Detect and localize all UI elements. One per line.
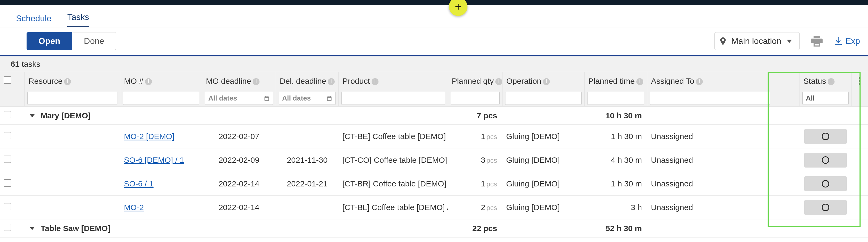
table-row: MO-2 2022-02-14 [CT-BL] Coffee table [DE… xyxy=(0,196,868,219)
filter-qty[interactable] xyxy=(451,92,500,105)
export-label: Exp xyxy=(845,36,860,46)
status-pill[interactable] xyxy=(804,176,847,191)
row-checkbox[interactable] xyxy=(4,224,11,231)
qty-num: 3 xyxy=(481,156,486,164)
group-row[interactable]: Mary [DEMO] 7 pcs 10 h 30 m xyxy=(0,107,868,125)
header-del-deadline[interactable]: Del. deadlinei xyxy=(276,72,338,90)
header-operation[interactable]: Operationi xyxy=(502,72,584,90)
filter-mo-deadline[interactable]: All dates xyxy=(205,92,273,105)
product: [CT-BR] Coffee table [DEMO] / xyxy=(339,172,448,196)
operation: Gluing [DEMO] xyxy=(502,149,584,172)
task-count-number: 61 xyxy=(11,59,20,68)
assigned-to[interactable]: Unassigned xyxy=(647,149,773,172)
export-button[interactable]: Exp xyxy=(834,36,860,46)
filter-mo[interactable] xyxy=(123,92,199,105)
info-icon: i xyxy=(372,78,378,85)
product: [CT-CO] Coffee table [DEMO] . xyxy=(339,149,448,172)
table-row: MO-2 [DEMO] 2022-02-07 [CT-BE] Coffee ta… xyxy=(0,125,868,149)
mo-link[interactable]: MO-2 xyxy=(124,203,144,212)
group-total-time: 10 h 30 m xyxy=(584,107,647,125)
assigned-to[interactable]: Unassigned xyxy=(647,125,773,149)
status-pill[interactable] xyxy=(804,153,847,167)
info-icon: i xyxy=(637,78,643,85)
status-circle-icon xyxy=(822,180,829,187)
group-total-time: 52 h 30 m xyxy=(584,219,647,238)
table-row: SO-6 / 1 2022-02-14 2022-01-21 [CT-BR] C… xyxy=(0,172,868,196)
header-checkbox-cell xyxy=(0,72,25,90)
header-planned-qty[interactable]: Planned qtyi xyxy=(448,72,502,90)
info-icon: i xyxy=(64,78,71,85)
location-pin-icon xyxy=(720,37,726,45)
filter-assigned[interactable] xyxy=(650,92,770,105)
header-planned-time[interactable]: Planned timei xyxy=(584,72,647,90)
tab-schedule[interactable]: Schedule xyxy=(16,14,51,27)
group-total-qty: 7 pcs xyxy=(448,107,502,125)
filter-status[interactable]: All xyxy=(802,92,848,105)
filter-ptime[interactable] xyxy=(587,92,644,105)
info-icon: i xyxy=(145,78,152,85)
header-resource[interactable]: Resourcei xyxy=(25,72,120,90)
header-mo-deadline[interactable]: MO deadlinei xyxy=(202,72,276,90)
pill-done[interactable]: Done xyxy=(72,32,116,50)
row-checkbox[interactable] xyxy=(4,203,11,210)
group-name: Mary [DEMO] xyxy=(41,111,91,120)
mo-deadline: 2022-02-07 xyxy=(202,125,276,149)
status-circle-icon xyxy=(822,133,829,140)
info-icon: i xyxy=(828,78,835,85)
mo-link[interactable]: MO-2 [DEMO] xyxy=(124,132,174,141)
pill-open[interactable]: Open xyxy=(27,32,72,50)
toolbar: Open Done Main location Exp xyxy=(0,27,868,56)
tab-tasks[interactable]: Tasks xyxy=(67,12,89,27)
status-circle-icon xyxy=(822,204,829,211)
operation: Gluing [DEMO] xyxy=(502,196,584,219)
status-pill[interactable] xyxy=(804,200,847,215)
header-product[interactable]: Producti xyxy=(339,72,448,90)
group-name: Table Saw [DEMO] xyxy=(41,224,111,233)
status-pill[interactable] xyxy=(804,129,847,144)
header-gap xyxy=(773,72,800,90)
del-deadline xyxy=(276,196,338,219)
chevron-down-icon xyxy=(29,223,35,233)
select-all-checkbox[interactable] xyxy=(4,76,11,84)
header-assigned-to[interactable]: Assigned Toi xyxy=(647,72,773,90)
location-selector[interactable]: Main location xyxy=(714,32,800,50)
task-count-word: tasks xyxy=(22,59,40,68)
mo-deadline: 2022-02-14 xyxy=(202,172,276,196)
filter-resource[interactable] xyxy=(27,92,117,105)
group-row[interactable]: Table Saw [DEMO] 22 pcs 52 h 30 m xyxy=(0,219,868,238)
operation: Gluing [DEMO] xyxy=(502,172,584,196)
filter-del-deadline[interactable]: All dates xyxy=(279,92,336,105)
row-checkbox[interactable] xyxy=(4,156,11,163)
plus-icon: + xyxy=(455,1,462,12)
planned-time: 1 h 30 m xyxy=(584,172,647,196)
row-checkbox[interactable] xyxy=(4,132,11,139)
mo-link[interactable]: SO-6 [DEMO] / 1 xyxy=(124,156,184,164)
info-icon: i xyxy=(696,78,703,85)
status-pill-tabs: Open Done xyxy=(27,32,116,50)
header-mo[interactable]: MO #i xyxy=(120,72,202,90)
planned-time: 3 h xyxy=(584,196,647,219)
assigned-to[interactable]: Unassigned xyxy=(647,172,773,196)
info-icon: i xyxy=(253,78,259,85)
row-checkbox[interactable] xyxy=(4,179,11,187)
product: [CT-BL] Coffee table [DEMO] / xyxy=(339,196,448,219)
print-icon[interactable] xyxy=(811,36,823,47)
filter-product[interactable] xyxy=(341,92,445,105)
mo-link[interactable]: SO-6 / 1 xyxy=(124,179,154,188)
kebab-icon xyxy=(855,77,864,85)
header-status[interactable]: Statusi xyxy=(800,72,851,90)
qty-unit: pcs xyxy=(486,204,497,212)
secondary-tabs: Schedule Tasks xyxy=(0,5,868,27)
del-deadline: 2022-01-21 xyxy=(276,172,338,196)
assigned-to[interactable]: Unassigned xyxy=(647,196,773,219)
qty-num: 1 xyxy=(481,132,486,141)
product: [CT-BE] Coffee table [DEMO] / xyxy=(339,125,448,149)
qty-unit: pcs xyxy=(486,133,497,141)
qty-unit: pcs xyxy=(486,156,497,164)
mo-deadline: 2022-02-14 xyxy=(202,196,276,219)
filter-operation[interactable] xyxy=(505,92,581,105)
row-checkbox[interactable] xyxy=(4,111,11,118)
info-icon: i xyxy=(543,78,550,85)
qty-unit: pcs xyxy=(486,180,497,188)
header-menu[interactable] xyxy=(851,72,868,90)
